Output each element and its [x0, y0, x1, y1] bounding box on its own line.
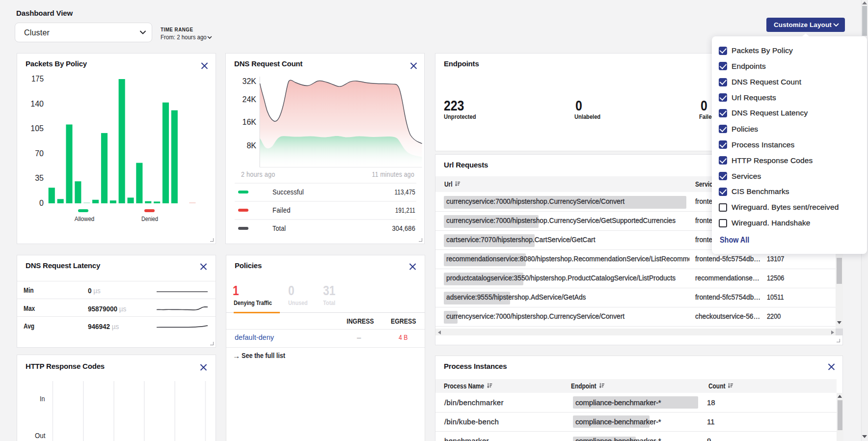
- svg-text:24K: 24K: [243, 95, 257, 104]
- svg-text:70: 70: [35, 149, 44, 158]
- svg-text:105: 105: [30, 124, 44, 133]
- svg-text:In: In: [40, 394, 45, 403]
- svg-text:Allowed: Allowed: [75, 215, 95, 222]
- svg-text:175: 175: [31, 75, 44, 83]
- svg-text:Out: Out: [35, 431, 46, 440]
- svg-text:32K: 32K: [243, 77, 257, 85]
- svg-text:2 hours ago: 2 hours ago: [241, 170, 275, 178]
- svg-text:304,686: 304,686: [392, 224, 415, 232]
- svg-text:113,475: 113,475: [395, 188, 415, 196]
- svg-text:8K: 8K: [246, 141, 256, 150]
- svg-text:0: 0: [39, 199, 44, 207]
- svg-text:Denied: Denied: [141, 215, 158, 222]
- svg-text:11 minutes ago: 11 minutes ago: [372, 170, 415, 178]
- svg-text:191,211: 191,211: [395, 206, 415, 214]
- svg-text:Total: Total: [272, 224, 286, 232]
- svg-text:Failed: Failed: [272, 206, 291, 214]
- svg-text:Successful: Successful: [272, 188, 304, 196]
- svg-text:140: 140: [30, 100, 44, 108]
- svg-text:35: 35: [35, 174, 44, 182]
- svg-text:16K: 16K: [243, 118, 257, 126]
